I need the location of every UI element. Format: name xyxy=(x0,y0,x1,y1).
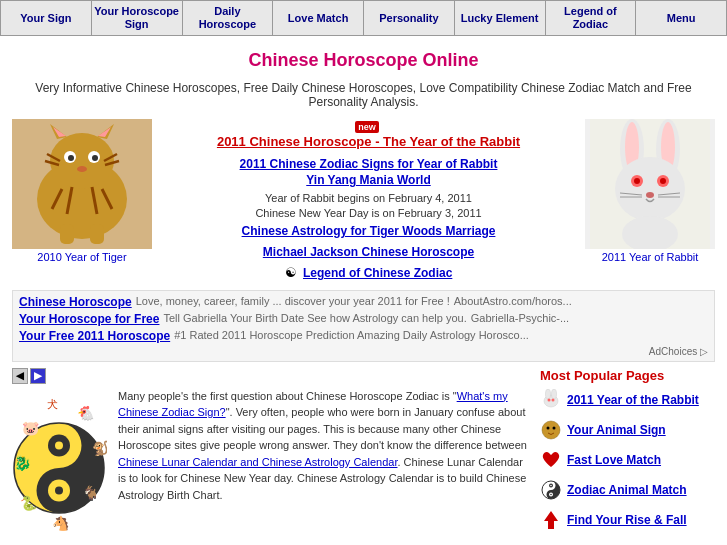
svg-point-58 xyxy=(553,426,556,429)
nav-personality[interactable]: Personality xyxy=(364,1,455,35)
new-year-text: Chinese New Year Day is on February 3, 2… xyxy=(162,207,575,219)
yin-yang-link[interactable]: 2011 Chinese Zodiac Signs for Year of Ra… xyxy=(162,156,575,190)
article-text: Many people's the first question about C… xyxy=(118,388,532,545)
nav-arrows: ◀ ▶ xyxy=(12,368,532,384)
svg-text:🐉: 🐉 xyxy=(14,455,32,472)
ad-desc-1: Love, money, career, family ... discover… xyxy=(136,295,450,307)
svg-point-27 xyxy=(615,157,685,221)
rabbit-caption: 2011 Year of Rabbit xyxy=(585,251,715,263)
svg-point-63 xyxy=(550,493,552,495)
main-content: Chinese Horoscope Online Very Informativ… xyxy=(0,36,727,545)
svg-point-56 xyxy=(542,421,560,439)
rabbit-column: 2011 Year of Rabbit xyxy=(585,119,715,263)
right-sidebar: Most Popular Pages 2011 Year of the Rabb… xyxy=(540,368,715,545)
svg-point-11 xyxy=(77,166,87,172)
ad-row-3: Your Free 2011 Horoscope #1 Rated 2011 H… xyxy=(19,329,708,343)
nav-bar: Your Sign Your Horoscope Sign Daily Horo… xyxy=(0,0,727,36)
lunar-calendar-link[interactable]: Chinese Lunar Calendar and Chinese Astro… xyxy=(118,456,397,468)
svg-text:犬: 犬 xyxy=(47,398,58,410)
tiger-caption: 2010 Year of Tiger xyxy=(12,251,152,263)
nav-lucky-element[interactable]: Lucky Element xyxy=(455,1,546,35)
center-section: 2010 Year of Tiger new 2011 Chinese Horo… xyxy=(12,119,715,281)
ad-row-2: Your Horoscope for Free Tell Gabriella Y… xyxy=(19,312,708,326)
yin-yang-icon xyxy=(540,479,562,501)
svg-point-62 xyxy=(550,484,552,486)
rabbit-date-text: Year of Rabbit begins on February 4, 201… xyxy=(162,192,575,204)
bottom-section: ◀ ▶ 🐷 xyxy=(12,368,715,545)
rabbit-icon xyxy=(540,389,562,411)
svg-point-54 xyxy=(548,398,551,401)
michael-jackson-link[interactable]: Michael Jackson Chinese Horoscope xyxy=(162,244,575,261)
page-subtitle-text: Very Informative Chinese Horoscopes, Fre… xyxy=(12,81,715,109)
center-links: new 2011 Chinese Horoscope - The Year of… xyxy=(152,119,585,281)
sidebar-link-animal[interactable]: Your Animal Sign xyxy=(567,423,666,437)
ad-link-3[interactable]: Your Free 2011 Horoscope xyxy=(19,329,170,343)
svg-point-55 xyxy=(552,398,555,401)
nav-your-horoscope-sign[interactable]: Your Horoscope Sign xyxy=(92,1,183,35)
svg-point-53 xyxy=(552,389,557,399)
svg-rect-20 xyxy=(60,224,74,244)
sidebar-item-rabbit: 2011 Year of the Rabbit xyxy=(540,389,715,411)
arrow-up-icon xyxy=(540,509,562,531)
ad-section: Chinese Horoscope Love, money, career, f… xyxy=(12,290,715,362)
prev-arrow[interactable]: ◀ xyxy=(12,368,28,384)
nav-your-sign[interactable]: Your Sign xyxy=(1,1,92,35)
svg-rect-21 xyxy=(90,224,104,244)
rabbit-image xyxy=(585,119,715,249)
svg-point-52 xyxy=(546,389,551,399)
next-arrow[interactable]: ▶ xyxy=(30,368,46,384)
sidebar-item-zodiac-match: Zodiac Animal Match xyxy=(540,479,715,501)
sidebar-item-fast-love: Fast Love Match xyxy=(540,449,715,471)
ad-source-1: AboutAstro.com/horos... xyxy=(454,295,572,307)
svg-point-10 xyxy=(92,155,98,161)
ad-link-1[interactable]: Chinese Horoscope xyxy=(19,295,132,309)
ad-desc-2: Tell Gabriella Your Birth Date See how A… xyxy=(163,312,466,324)
ad-choices[interactable]: AdChoices ▷ xyxy=(19,346,708,357)
svg-text:🐐: 🐐 xyxy=(82,485,100,502)
svg-point-41 xyxy=(55,441,63,449)
sidebar-link-zodiac-match[interactable]: Zodiac Animal Match xyxy=(567,483,687,497)
bottom-left-wrapper: ◀ ▶ 🐷 xyxy=(12,368,532,545)
svg-text:🐍: 🐍 xyxy=(20,495,38,512)
sidebar-link-rise-fall[interactable]: Find Your Rise & Fall xyxy=(567,513,687,527)
sidebar-item-rise-fall: Find Your Rise & Fall xyxy=(540,509,715,531)
nav-love-match[interactable]: Love Match xyxy=(273,1,364,35)
new-badge: new xyxy=(355,121,379,133)
svg-point-42 xyxy=(55,486,63,494)
sidebar-item-animal: Your Animal Sign xyxy=(540,419,715,441)
svg-point-30 xyxy=(634,178,640,184)
ad-link-2[interactable]: Your Horoscope for Free xyxy=(19,312,159,326)
svg-text:🐔: 🐔 xyxy=(77,405,95,422)
svg-point-9 xyxy=(68,155,74,161)
tiger-image xyxy=(12,119,152,249)
nav-daily-horoscope[interactable]: Daily Horoscope xyxy=(183,1,274,35)
article-text-before: Many people's the first question about C… xyxy=(118,390,457,402)
sidebar-title: Most Popular Pages xyxy=(540,368,715,383)
ad-desc-3: #1 Rated 2011 Horoscope Prediction Amazi… xyxy=(174,329,529,341)
svg-text:🐷: 🐷 xyxy=(22,420,40,437)
ad-row-1: Chinese Horoscope Love, money, career, f… xyxy=(19,295,708,309)
main-horoscope-link[interactable]: 2011 Chinese Horoscope - The Year of the… xyxy=(162,133,575,151)
svg-text:🐒: 🐒 xyxy=(92,440,107,457)
nav-menu[interactable]: Menu xyxy=(636,1,726,35)
legend-zodiac-link[interactable]: Legend of Chinese Zodiac xyxy=(303,266,452,280)
page-title: Chinese Horoscope Online xyxy=(12,50,715,71)
svg-point-57 xyxy=(547,426,550,429)
heart-icon xyxy=(540,449,562,471)
ad-source-2: Gabriella-Psychic-... xyxy=(471,312,569,324)
nav-legend-of-zodiac[interactable]: Legend of Zodiac xyxy=(546,1,637,35)
svg-marker-64 xyxy=(544,511,558,529)
tiger-column: 2010 Year of Tiger xyxy=(12,119,152,263)
svg-text:🐴: 🐴 xyxy=(52,515,70,532)
bottom-left: 🐷 犬 🐔 🐒 🐐 🐴 🐍 🐉 xyxy=(12,388,532,545)
svg-point-31 xyxy=(660,178,666,184)
svg-point-32 xyxy=(646,192,654,198)
sidebar-link-fast-love[interactable]: Fast Love Match xyxy=(567,453,661,467)
zodiac-wheel-area: 🐷 犬 🐔 🐒 🐐 🐴 🐍 🐉 xyxy=(12,388,112,545)
sidebar-link-rabbit[interactable]: 2011 Year of the Rabbit xyxy=(567,393,699,407)
animal-icon xyxy=(540,419,562,441)
tiger-woods-link[interactable]: Chinese Astrology for Tiger Woods Marria… xyxy=(162,223,575,240)
